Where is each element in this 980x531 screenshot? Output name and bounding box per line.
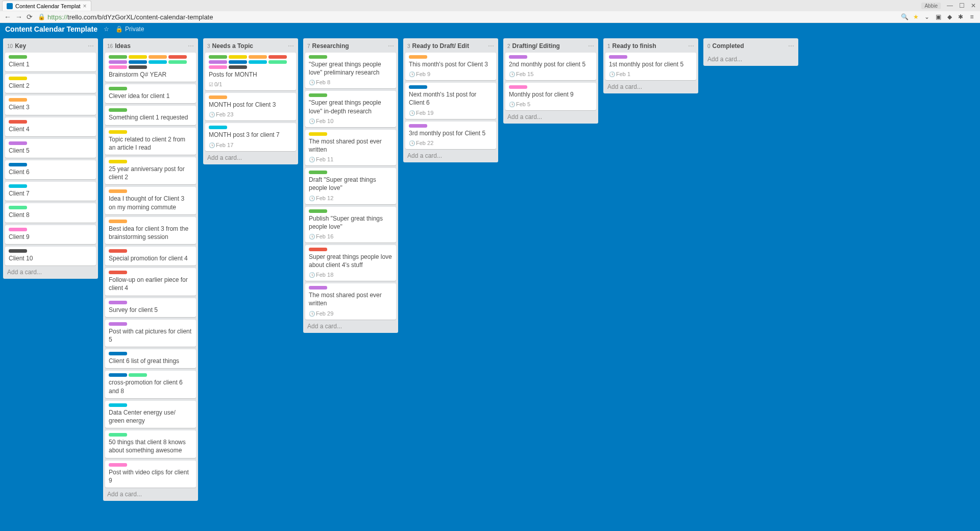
card[interactable]: Publish "Super great things people love"… xyxy=(305,207,396,243)
label-sky xyxy=(209,126,227,129)
card[interactable]: 3rd monthly post for Client 5Feb 22 xyxy=(405,122,496,149)
add-card-button[interactable]: Add a card... xyxy=(705,53,796,64)
card-title: Client 6 xyxy=(9,168,92,176)
add-card-button[interactable]: Add a card... xyxy=(205,151,296,162)
card[interactable]: Something client 1 requested xyxy=(105,106,196,125)
menu-icon[interactable]: ≡ xyxy=(968,13,976,21)
card[interactable]: "Super great things people love" in-dept… xyxy=(305,91,396,127)
card-badges: Feb 23 xyxy=(209,111,292,117)
ext1-icon[interactable]: ▣ xyxy=(934,13,942,21)
card[interactable]: Client 6 xyxy=(5,160,96,179)
card[interactable]: Client 1 xyxy=(5,53,96,71)
search-icon[interactable]: 🔍 xyxy=(900,13,909,21)
card[interactable]: Survey for client 5 xyxy=(105,298,196,317)
card-badges: Feb 1 xyxy=(609,71,693,77)
add-card-button[interactable]: Add a card... xyxy=(5,266,96,277)
list-header[interactable]: 2Drafting/ Editing⋯ xyxy=(505,40,596,53)
card[interactable]: Client 8 xyxy=(5,203,96,222)
list-header[interactable]: 3Ready to Draft/ Edit⋯ xyxy=(405,40,496,53)
list-menu-icon[interactable]: ⋯ xyxy=(488,42,494,50)
card[interactable]: 25 year anniversary post for client 2 xyxy=(105,157,196,184)
list-menu-icon[interactable]: ⋯ xyxy=(88,42,94,50)
card[interactable]: Client 6 list of great things xyxy=(105,349,196,368)
card[interactable]: Client 5 xyxy=(5,139,96,158)
label-lime xyxy=(129,373,147,377)
card-labels xyxy=(309,132,393,136)
card[interactable]: "Super great things people love" prelimi… xyxy=(305,53,396,88)
list-header[interactable]: 16Ideas⋯ xyxy=(105,40,196,53)
card[interactable]: Posts for MONTH0/1 xyxy=(205,53,296,90)
card[interactable]: Topic related to client 2 from an articl… xyxy=(105,128,196,155)
list-menu-icon[interactable]: ⋯ xyxy=(188,42,194,50)
add-card-button[interactable]: Add a card... xyxy=(505,110,596,122)
card[interactable]: Client 10 xyxy=(5,247,96,266)
card[interactable]: Clever idea for client 1 xyxy=(105,84,196,103)
add-card-button[interactable]: Add a card... xyxy=(605,80,696,91)
list-menu-icon[interactable]: ⋯ xyxy=(688,42,694,50)
card[interactable]: The most shared post ever writtenFeb 29 xyxy=(305,283,396,319)
card[interactable]: Draft "Super great things people love"Fe… xyxy=(305,168,396,204)
card[interactable]: MONTH post for Client 3Feb 23 xyxy=(205,93,296,120)
maximize-icon[interactable]: ☐ xyxy=(959,2,965,9)
card[interactable]: Client 9 xyxy=(5,225,96,244)
card[interactable]: Monthly post for client 9Feb 5 xyxy=(505,83,596,110)
label-yellow xyxy=(109,160,127,163)
card[interactable]: Client 4 xyxy=(5,117,96,136)
card[interactable]: Brainstorm Q# YEAR xyxy=(105,53,196,82)
reload-icon[interactable]: ⟳ xyxy=(27,13,33,21)
card[interactable]: Follow-up on earlier piece for client 4 xyxy=(105,268,196,295)
card[interactable]: Special promotion for client 4 xyxy=(105,247,196,266)
list-header[interactable]: 10Key⋯ xyxy=(5,40,96,53)
card[interactable]: The most shared post ever writtenFeb 11 xyxy=(305,130,396,165)
add-card-button[interactable]: Add a card... xyxy=(405,149,496,160)
list-header[interactable]: 0Completed⋯ xyxy=(705,40,796,53)
forward-icon[interactable]: → xyxy=(15,13,22,21)
board-title[interactable]: Content Calendar Template xyxy=(5,25,97,33)
card[interactable]: Best idea for client 3 from the brainsto… xyxy=(105,217,196,244)
star-board-icon[interactable]: ☆ xyxy=(104,26,109,33)
label-pink xyxy=(509,85,527,89)
star-icon[interactable]: ★ xyxy=(912,13,920,21)
list-header[interactable]: 3Needs a Topic⋯ xyxy=(205,40,296,53)
card[interactable]: MONTH post 3 for client 7Feb 17 xyxy=(205,123,296,151)
card[interactable]: Data Center energy use/ green energy xyxy=(105,401,196,428)
pocket-icon[interactable]: ⌄ xyxy=(923,13,931,21)
card-title: Special promotion for client 4 xyxy=(109,254,192,262)
card[interactable]: Client 2 xyxy=(5,74,96,93)
card-labels xyxy=(109,189,192,193)
list-header[interactable]: 1Ready to finish⋯ xyxy=(605,40,696,53)
browser-tab[interactable]: Content Calendar Templat × xyxy=(2,1,91,11)
list-header[interactable]: 7Researching⋯ xyxy=(305,40,396,53)
list-menu-icon[interactable]: ⋯ xyxy=(388,42,394,50)
tab-close-icon[interactable]: × xyxy=(83,3,87,10)
profile-label[interactable]: Abbie xyxy=(921,3,941,9)
list-menu-icon[interactable]: ⋯ xyxy=(788,42,794,50)
card-labels xyxy=(9,163,92,166)
visibility-button[interactable]: 🔒 Private xyxy=(115,26,144,33)
add-card-button[interactable]: Add a card... xyxy=(305,320,396,331)
close-window-icon[interactable]: ✕ xyxy=(971,2,976,9)
board-canvas[interactable]: 10Key⋯Client 1Client 2Client 3Client 4Cl… xyxy=(0,35,980,531)
url-input[interactable]: 🔒 https://trello.com/b/dYzGorXL/content-… xyxy=(38,13,895,21)
due-date-badge: Feb 5 xyxy=(509,101,530,107)
card[interactable]: Super great things people love about cli… xyxy=(305,245,396,281)
list-menu-icon[interactable]: ⋯ xyxy=(288,42,294,50)
label-blue xyxy=(409,85,427,89)
back-icon[interactable]: ← xyxy=(4,13,11,21)
card[interactable]: Post with cat pictures for client 5 xyxy=(105,320,196,347)
minimize-icon[interactable]: — xyxy=(947,2,953,9)
card[interactable]: cross-promotion for client 6 and 8 xyxy=(105,371,196,398)
card[interactable]: Client 7 xyxy=(5,182,96,201)
add-card-button[interactable]: Add a card... xyxy=(105,488,196,499)
list-menu-icon[interactable]: ⋯ xyxy=(588,42,594,50)
evernote-icon[interactable]: ✱ xyxy=(957,13,965,21)
card[interactable]: 2nd monthly post for client 5Feb 15 xyxy=(505,53,596,80)
card[interactable]: 1st monthly post for client 5Feb 1 xyxy=(605,53,696,80)
card[interactable]: Client 3 xyxy=(5,95,96,114)
card[interactable]: Idea I thought of for Client 3 on my mor… xyxy=(105,187,196,214)
card[interactable]: 50 things that client 8 knows about some… xyxy=(105,430,196,457)
ext2-icon[interactable]: ◆ xyxy=(945,13,953,21)
card[interactable]: Post with video clips for client 9 xyxy=(105,461,196,488)
card[interactable]: Next month's 1st post for Client 6Feb 19 xyxy=(405,83,496,118)
card[interactable]: This month's post for Client 3Feb 9 xyxy=(405,53,496,80)
